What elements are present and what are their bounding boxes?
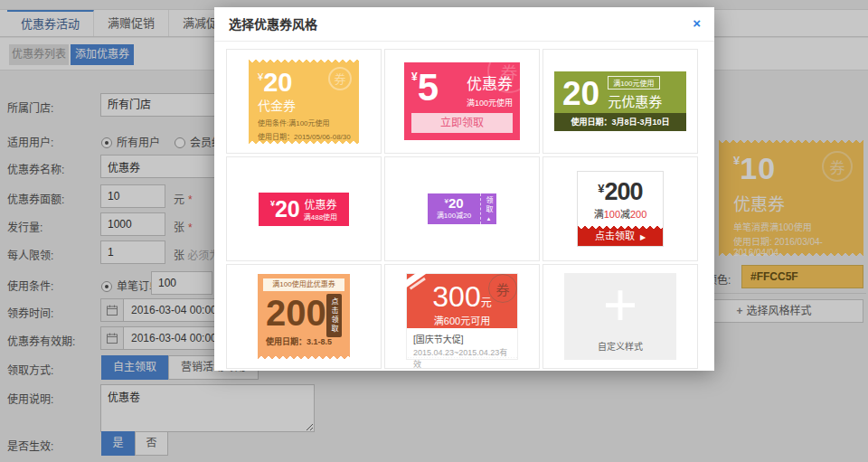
coupon-style-option-4[interactable]: ¥20 优惠券 满488使用 <box>226 156 382 261</box>
coupon-condition: 满100使用此优惠券 <box>263 278 344 291</box>
coupon-info: 满100元使用 元优惠券 <box>608 76 662 110</box>
coupon-style-option-6[interactable]: ¥200 满100减200 点击领取▶ <box>542 156 698 261</box>
coupon-amount: ¥5 <box>411 69 439 107</box>
coupon-style-option-8[interactable]: 券 300元 满600元可用 [国庆节大促] 2015.04.23~2015.0… <box>384 264 540 369</box>
triangle-up-icon: ▲ <box>486 216 492 222</box>
coupon-condition-badge: 满100元使用 <box>608 76 659 90</box>
click-claim-tab[interactable]: 点击领取 <box>326 294 342 337</box>
coupon-card-orange: 满100使用此优惠券 200 点击领取 使用日期：3.1-8.5 <box>258 274 350 359</box>
coupon-amount: ¥20 <box>270 198 300 221</box>
plus-icon: + <box>564 269 676 340</box>
coupon-style-modal: 选择优惠券风格 × ¥20 券 代金券 使用条件:满100元使用 使用日期：20… <box>214 7 714 371</box>
coupon-style-option-2[interactable]: 券 ¥5 优惠券 满100元使用 立即领取 <box>384 49 540 154</box>
coupon-amount: ¥200 <box>578 178 663 206</box>
custom-style-card: + 自定义样式 <box>564 273 676 360</box>
claim-now-button[interactable]: 立即领取 <box>411 113 513 133</box>
coupon-amount: ¥20 <box>428 195 480 211</box>
claim-label: 领取 <box>484 196 494 214</box>
coupon-card-red-big: 券 300元 满600元可用 [国庆节大促] 2015.04.23~2015.0… <box>406 273 518 360</box>
coupon-date: 使用日期：3月8日-3月10日 <box>554 113 686 131</box>
coupon-info: 优惠券 满100元使用 <box>467 69 513 108</box>
custom-style-label: 自定义样式 <box>564 339 676 353</box>
close-icon[interactable]: × <box>693 15 701 31</box>
coupon-body: 20 满100元使用 元优惠券 <box>554 71 686 113</box>
coupon-card-red-small: ¥20 优惠券 满488使用 <box>259 193 349 226</box>
scallop-edge <box>258 355 350 359</box>
coupon-footer: [国庆节大促] 2015.04.23~2015.04.23有效 <box>407 328 517 370</box>
scallop-edge <box>578 226 663 230</box>
coupon-stamp-icon: 券 <box>328 67 352 90</box>
coupon-condition: 满100元使用 <box>467 97 513 108</box>
coupon-card-olive: 20 满100元使用 元优惠券 使用日期：3月8日-3月10日 <box>554 71 686 131</box>
coupon-body: 券 300元 满600元可用 <box>407 274 517 328</box>
coupon-name: 代金券 <box>258 96 350 114</box>
coupon-promo-title: [国庆节大促] <box>413 332 511 345</box>
coupon-name: 优惠券 <box>304 196 337 212</box>
coupon-info: 优惠券 满488使用 <box>304 196 337 222</box>
coupon-amount: 20 <box>562 77 599 110</box>
coupon-name: 元优惠券 <box>608 91 662 110</box>
coupon-condition: 满100减200 <box>578 206 663 221</box>
coupon-style-grid: ¥20 券 代金券 使用条件:满100元使用 使用日期：2015/05/06-0… <box>226 49 698 369</box>
coupon-name: 优惠券 <box>467 71 513 94</box>
coupon-card-yellow: ¥20 券 代金券 使用条件:满100元使用 使用日期：2015/05/06-0… <box>249 60 359 144</box>
coupon-stamp-icon: 券 <box>488 274 517 303</box>
coupon-card-white-red: ¥200 满100减200 点击领取▶ <box>577 171 664 247</box>
coupon-style-option-5[interactable]: ¥20 满100减20 领取 ▲ <box>384 156 540 261</box>
coupon-style-option-3[interactable]: 20 满100元使用 元优惠券 使用日期：3月8日-3月10日 <box>542 49 698 154</box>
coupon-condition: 满488使用 <box>304 212 337 222</box>
coupon-condition: 满600元可用 <box>407 313 517 327</box>
coupon-style-option-7[interactable]: 满100使用此优惠券 200 点击领取 使用日期：3.1-8.5 <box>226 264 382 369</box>
arrow-right-icon: ▶ <box>640 233 646 241</box>
claim-tab[interactable]: 领取 ▲ <box>480 193 496 224</box>
modal-title: 选择优惠券风格 <box>214 7 714 42</box>
coupon-amount: 200 <box>266 295 326 331</box>
coupon-condition: 满100减20 <box>428 210 480 220</box>
scallop-edge <box>249 60 359 63</box>
wave-edge <box>407 356 517 359</box>
scallop-edge <box>249 140 359 144</box>
coupon-card-purple: ¥20 满100减20 领取 ▲ <box>428 193 496 224</box>
coupon-amount-row: ¥5 优惠券 满100元使用 <box>411 69 513 108</box>
coupon-card-pink: 券 ¥5 优惠券 满100元使用 立即领取 <box>404 62 520 140</box>
click-claim-button[interactable]: 点击领取▶ <box>578 226 663 246</box>
coupon-body: ¥20 满100减20 <box>428 193 480 224</box>
coupon-condition: 使用条件:满100元使用 <box>258 118 350 127</box>
coupon-style-option-1[interactable]: ¥20 券 代金券 使用条件:满100元使用 使用日期：2015/05/06-0… <box>226 49 382 154</box>
coupon-style-option-custom[interactable]: + 自定义样式 <box>542 264 698 369</box>
